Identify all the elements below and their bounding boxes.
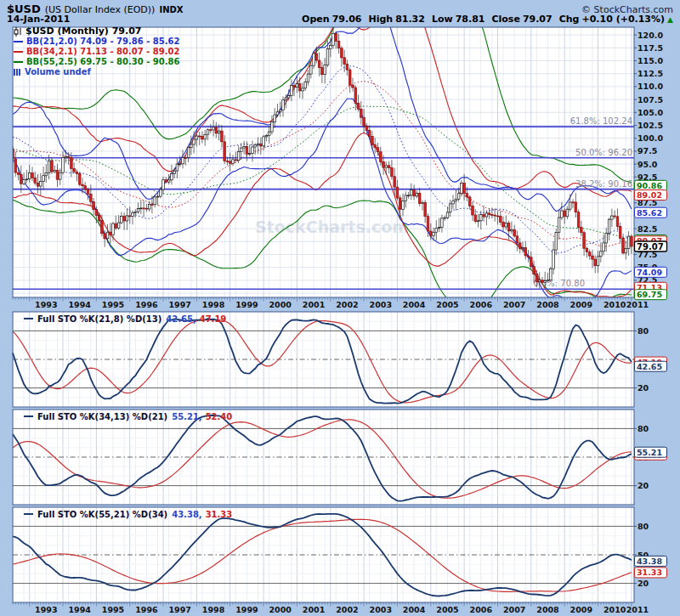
legend-item: BB(55,2.5) 69.75 - 80.30 - 90.86	[14, 57, 179, 67]
stoch-d-value: 52.40	[206, 412, 233, 421]
fib-label: 61.8%: 102.24	[570, 116, 632, 126]
legend-item-label: BB(34,2.1) 71.13 - 80.07 - 89.02	[26, 47, 179, 57]
stoch-legend-title: Full STO %K(21,8) %D(13)	[37, 314, 162, 324]
year-label: 1993	[35, 300, 57, 309]
year-label: 2008	[536, 300, 559, 309]
svg-text:69.75: 69.75	[637, 290, 662, 299]
stoch-panel-2: 80502052.4055.21	[13, 410, 667, 505]
year-label: 1997	[168, 605, 190, 614]
price-tick-label: 107.5	[638, 95, 663, 105]
stoch-k-value: 55.21,	[172, 412, 201, 421]
stockcharts-page: $USD (US Dollar Index (EOD)) INDX © Stoc…	[0, 0, 680, 616]
price-tick-label: 97.5	[638, 146, 657, 155]
year-label: 2005	[436, 300, 458, 309]
price-tick-label: 82.5	[638, 224, 657, 234]
year-label: 2007	[503, 605, 525, 614]
svg-text:74.09: 74.09	[637, 268, 662, 277]
price-tick-label: 95.0	[638, 160, 658, 169]
svg-text:90.86: 90.86	[637, 181, 662, 190]
year-label: 2009	[570, 605, 592, 614]
chg-label: Chg	[559, 14, 580, 25]
year-label: 2004	[403, 605, 426, 614]
year-label: 2011	[626, 605, 649, 614]
main-chart-legend: $USD (Monthly) 79.07 BB(21,2.0) 74.09 - …	[14, 26, 179, 77]
open-value: 79.06	[332, 14, 362, 25]
fib-label: 38.2%: 90.16	[575, 179, 632, 189]
svg-text:89.02: 89.02	[637, 190, 662, 200]
chart-header: $USD (US Dollar Index (EOD)) INDX © Stoc…	[0, 0, 680, 25]
indicator-line-icon	[24, 415, 33, 417]
indicator-line-icon	[24, 318, 33, 319]
price-tick-label: 102.5	[638, 121, 663, 130]
year-label: 1996	[135, 300, 158, 309]
svg-text:55.21: 55.21	[637, 448, 662, 457]
band-line-icon	[14, 41, 23, 42]
price-tick-label: 110.0	[638, 82, 663, 91]
title-row: $USD (US Dollar Index (EOD)) INDX © Stoc…	[7, 3, 673, 14]
stoch-tick-label: 20	[638, 579, 649, 588]
year-label: 2001	[303, 300, 325, 309]
legend-item-label: BB(55,2.5) 69.75 - 80.30 - 90.86	[26, 57, 179, 67]
stoch-legend-2: Full STO %K(34,13) %D(21)55.21,52.40	[24, 411, 232, 421]
year-label: 1995	[102, 605, 124, 614]
overlay-legend-items: BB(21,2.0) 74.09 - 79.86 - 85.62BB(34,2.…	[14, 37, 179, 77]
year-label: 2001	[303, 605, 325, 614]
year-label: 2002	[336, 300, 358, 309]
fib-label: 50.0%: 96.20	[575, 148, 632, 157]
open-label: Open	[302, 14, 330, 25]
price-tick-label: 120.0	[638, 31, 663, 40]
price-tick-label: 115.0	[638, 56, 663, 65]
main-legend-title-row: $USD (Monthly) 79.07	[14, 26, 179, 37]
stoch-legend-3: Full STO %K(55,21) %D(34)43.38,31.33	[24, 509, 232, 519]
svg-text:43.38: 43.38	[637, 557, 662, 566]
volume-bars-icon	[14, 69, 21, 76]
year-label: 2008	[536, 605, 559, 614]
year-label: 2006	[470, 300, 493, 309]
svg-text:31.33: 31.33	[637, 568, 662, 577]
stoch-tick-label: 20	[638, 383, 649, 393]
year-label: 1994	[68, 605, 91, 614]
band-line-icon	[14, 51, 23, 53]
year-label: 2002	[336, 605, 358, 614]
year-label: 2010	[604, 300, 626, 309]
chart-area: StockCharts.com61.8%: 102.2450.0%: 96.20…	[0, 25, 680, 616]
year-label: 2003	[370, 605, 392, 614]
chart-date: 14-Jan-2011	[7, 14, 70, 25]
low-value: 78.81	[456, 14, 485, 25]
year-label: 1998	[202, 300, 225, 309]
close-label: Close	[491, 14, 519, 25]
stoch-k-value: 42.65,	[166, 314, 196, 324]
stoch-tick-label: 80	[638, 424, 649, 433]
stoch-legend-title: Full STO %K(55,21) %D(34)	[37, 510, 167, 519]
year-label: 1998	[202, 605, 225, 614]
low-label: Low	[432, 14, 453, 25]
high-value: 81.32	[395, 14, 425, 25]
stoch-d-value: 47.19	[200, 314, 227, 324]
main-legend-title: $USD (Monthly) 79.07	[26, 26, 142, 37]
year-label: 2005	[436, 605, 458, 614]
year-label: 1994	[68, 300, 91, 309]
year-label: 2000	[269, 300, 292, 309]
year-label: 1999	[235, 605, 258, 614]
stoch-d-value: 31.33	[206, 510, 233, 519]
stoch-k-value: 43.38,	[172, 510, 201, 519]
year-label: 2007	[503, 300, 525, 309]
candlestick-icon	[14, 27, 22, 37]
close-value: 79.07	[523, 14, 552, 25]
stoch-tick-label: 20	[638, 481, 649, 490]
svg-text:85.62: 85.62	[637, 208, 662, 218]
up-arrow-icon: ▲	[667, 15, 673, 24]
year-label: 2009	[570, 300, 592, 309]
year-label: 2006	[470, 605, 493, 614]
year-label: 2004	[403, 300, 426, 309]
year-label: 1993	[35, 605, 57, 614]
quote-row: 14-Jan-2011 Open 79.06 High 81.32 Low 78…	[7, 14, 673, 25]
year-axis: 1993199419951996199719981999200020012002…	[13, 603, 649, 614]
legend-item-label: Volume undef	[25, 67, 91, 77]
price-tick-label: 117.5	[638, 43, 663, 53]
ohlc-quote: Open 79.06 High 81.32 Low 78.81 Close 79…	[295, 14, 673, 25]
stoch-tick-label: 80	[638, 522, 649, 531]
stoch-legend-title: Full STO %K(34,13) %D(21)	[37, 412, 167, 421]
year-label: 2010	[604, 605, 626, 614]
stoch-tick-label: 80	[638, 326, 649, 336]
